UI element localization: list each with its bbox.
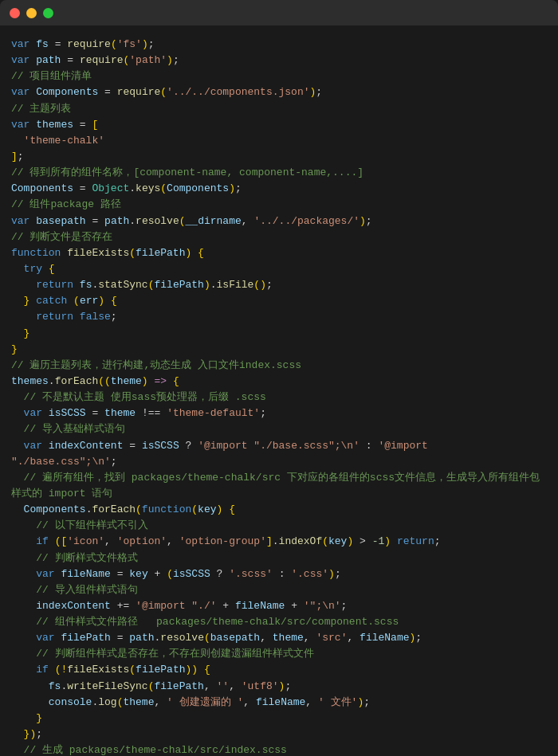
code-line: // 导入基础样式语句 — [11, 421, 544, 437]
code-line: indexContent += '@import "./' + fileName… — [11, 598, 544, 614]
close-dot[interactable] — [10, 8, 20, 18]
code-line: // 以下组件样式不引入 — [11, 518, 544, 534]
code-line: return false; — [11, 309, 544, 325]
maximize-dot[interactable] — [43, 8, 53, 18]
code-line: // 项目组件清单 — [11, 69, 544, 84]
code-line: console.log(theme, ' 创建遗漏的 ', fileName, … — [11, 695, 544, 711]
code-line: if (['icon', 'option', 'option-group'].i… — [11, 534, 544, 550]
code-line: fs.writeFileSync(filePath, '', 'utf8'); — [11, 679, 544, 695]
code-line: // 生成 packages/theme-chalk/src/index.scs… — [11, 742, 544, 756]
code-line: } catch (err) { — [11, 293, 544, 309]
code-line: // 遍历主题列表，进行构建,动态生成 入口文件index.scss — [11, 358, 544, 374]
code-line: var basepath = path.resolve(__dirname, '… — [11, 213, 544, 229]
titlebar — [0, 0, 558, 25]
code-line: var fs = require('fs'); — [11, 37, 544, 53]
code-line: try { — [11, 261, 544, 277]
minimize-dot[interactable] — [26, 8, 37, 18]
code-line: Components = Object.keys(Components); — [11, 181, 544, 197]
code-line: }); — [11, 727, 544, 742]
code-line: } — [11, 326, 544, 342]
code-line: // 判断文件是否存在 — [11, 229, 544, 245]
code-line: // 判断样式文件格式 — [11, 550, 544, 566]
code-line: } — [11, 711, 544, 727]
code-line: // 不是默认主题 使用sass预处理器，后缀 .scss — [11, 390, 544, 405]
code-line: var isSCSS = theme !== 'theme-default'; — [11, 405, 544, 421]
code-line: // 判断组件样式是否存在，不存在则创建遗漏组件样式文件 — [11, 646, 544, 662]
code-line: // 得到所有的组件名称，[component-name, component-… — [11, 165, 544, 181]
code-line: var filePath = path.resolve(basepath, th… — [11, 630, 544, 646]
code-line: return fs.statSync(filePath).isFile(); — [11, 277, 544, 293]
code-line: Components.forEach(function(key) { — [11, 502, 544, 518]
code-line: var Components = require('../../componen… — [11, 84, 544, 100]
code-line: function fileExists(filePath) { — [11, 245, 544, 261]
code-line: // 组件样式文件路径 packages/theme-chalk/src/com… — [11, 614, 544, 630]
code-line: // 遍所有组件，找到 packages/theme-chalk/src 下对应… — [11, 470, 544, 502]
code-line: "./base.css";\n'; — [11, 454, 544, 470]
code-area: var fs = require('fs'); var path = requi… — [0, 25, 558, 756]
code-line: // 主题列表 — [11, 101, 544, 117]
code-line: } — [11, 342, 544, 358]
code-line: var indexContent = isSCSS ? '@import "./… — [11, 438, 544, 454]
code-line: var themes = [ — [11, 117, 544, 133]
code-line: // 导入组件样式语句 — [11, 582, 544, 598]
code-line: // 组件package 路径 — [11, 197, 544, 213]
code-line: var path = require('path'); — [11, 53, 544, 69]
code-line: 'theme-chalk' — [11, 133, 544, 149]
code-line: if (!fileExists(filePath)) { — [11, 662, 544, 678]
code-line: ]; — [11, 149, 544, 165]
code-line: themes.forEach((theme) => { — [11, 374, 544, 390]
code-line: var fileName = key + (isSCSS ? '.scss' :… — [11, 566, 544, 582]
